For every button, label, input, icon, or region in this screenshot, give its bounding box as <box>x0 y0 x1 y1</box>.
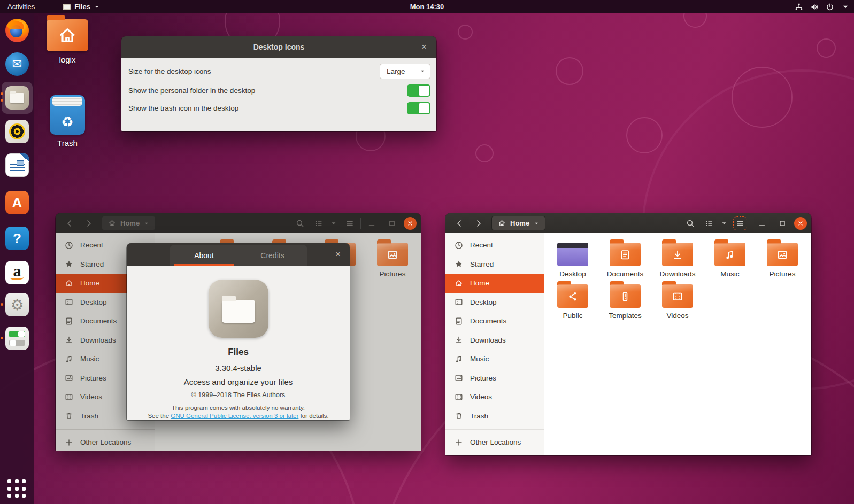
file-item-downloads[interactable]: Downloads <box>651 238 704 278</box>
dock-software-button[interactable]: A <box>4 190 30 215</box>
headerbar[interactable]: Home <box>56 213 421 233</box>
sidebar-item-downloads[interactable]: Downloads <box>445 331 544 350</box>
view-options-caret-icon[interactable] <box>721 219 727 228</box>
show-applications-button[interactable] <box>7 479 27 499</box>
dock-amazon-button[interactable]: a <box>4 260 30 285</box>
trash-icon-row-label: Show the trash icon in the desktop <box>128 104 238 112</box>
close-icon <box>407 220 413 227</box>
home-icon <box>455 279 463 288</box>
files-app-icon <box>63 4 71 10</box>
dock-firefox-button[interactable] <box>4 18 30 43</box>
view-options-caret-icon[interactable] <box>330 219 337 228</box>
forward-icon[interactable] <box>84 219 93 228</box>
close-icon[interactable]: × <box>333 249 343 260</box>
hamburger-menu-icon[interactable] <box>345 219 354 228</box>
file-item-public[interactable]: Public <box>547 280 599 320</box>
file-item-videos[interactable]: Videos <box>651 280 704 320</box>
places-sidebar: Recent Starred Home Desktop Documents Do… <box>445 233 544 455</box>
system-status-area[interactable] <box>795 3 850 11</box>
hamburger-menu-icon[interactable] <box>736 219 744 228</box>
path-label: Home <box>510 219 529 227</box>
sidebar-item-recent[interactable]: Recent <box>445 236 544 255</box>
list-view-icon[interactable] <box>314 219 323 228</box>
app-menu-button[interactable]: Files <box>57 3 105 11</box>
desktop-icons-dialog: Desktop Icons × Size for the desktop ico… <box>121 36 436 131</box>
trash-icon-toggle[interactable] <box>407 102 430 114</box>
wallpaper-circle <box>626 117 663 153</box>
sidebar-item-music[interactable]: Music <box>445 350 544 369</box>
file-item-documents[interactable]: Documents <box>599 238 651 278</box>
documents-icon <box>65 317 73 325</box>
maximize-icon[interactable] <box>388 219 396 228</box>
file-item-music[interactable]: Music <box>704 238 756 278</box>
caret-down-icon <box>144 221 149 226</box>
sidebar-item-trash[interactable]: Trash <box>445 407 544 426</box>
home-icon <box>498 219 506 227</box>
dock-help-button[interactable]: ? <box>4 226 30 251</box>
back-icon[interactable] <box>65 219 74 228</box>
search-icon[interactable] <box>296 219 304 228</box>
dock-tweaks-button[interactable] <box>4 325 30 351</box>
search-icon[interactable] <box>686 219 695 228</box>
path-bar-button[interactable]: Home <box>102 216 156 230</box>
icon-size-dropdown[interactable]: Large <box>380 64 430 79</box>
dock-settings-button[interactable]: ⚙ <box>4 292 30 317</box>
house-icon <box>58 26 77 45</box>
caret-down-icon <box>841 3 850 11</box>
app-menu-label: Files <box>74 3 90 11</box>
close-button[interactable] <box>404 217 417 230</box>
maximize-icon[interactable] <box>778 219 787 228</box>
app-summary: Access and organize your files <box>184 377 293 386</box>
tab-about[interactable]: About <box>170 245 238 266</box>
clock[interactable]: Mon 14:30 <box>410 3 444 11</box>
close-icon[interactable]: × <box>419 42 429 52</box>
pictures-folder-icon <box>767 243 798 266</box>
minimize-icon[interactable] <box>758 219 766 228</box>
gnu-license-link[interactable]: GNU General Public License, version 3 or… <box>171 413 298 419</box>
separator <box>751 218 751 229</box>
pictures-emblem-icon <box>387 249 398 260</box>
dock-files-button[interactable] <box>4 85 30 111</box>
sidebar-item-starred[interactable]: Starred <box>445 255 544 274</box>
pictures-folder-icon <box>377 243 408 266</box>
videos-emblem-icon <box>672 291 683 302</box>
sidebar-item-home[interactable]: Home <box>445 274 544 293</box>
sidebar-item-desktop[interactable]: Desktop <box>445 293 544 312</box>
file-item-templates[interactable]: Templates <box>599 280 651 320</box>
path-bar-button[interactable]: Home <box>491 216 545 230</box>
dock-thunderbird-button[interactable]: ✉ <box>4 51 30 77</box>
about-body: Files 3.30.4-stable Access and organize … <box>127 266 350 420</box>
documents-folder-icon <box>610 243 641 266</box>
forward-icon[interactable] <box>474 219 483 228</box>
sidebar-item-other-locations[interactable]: Other Locations <box>445 433 544 452</box>
tab-credits[interactable]: Credits <box>238 245 307 266</box>
desktop-shortcut-trash[interactable]: ♻ Trash <box>38 95 97 148</box>
activities-button[interactable]: Activities <box>0 3 42 11</box>
file-item-pictures[interactable]: Pictures <box>366 238 419 278</box>
list-view-icon[interactable] <box>705 219 713 228</box>
dialog-body: Size for the desktop icons Large Show th… <box>121 58 436 131</box>
close-button[interactable] <box>794 217 807 230</box>
recent-icon <box>65 241 73 250</box>
desktop-shortcut-home[interactable]: logix <box>38 15 97 64</box>
personal-folder-toggle[interactable] <box>407 84 430 97</box>
file-item-pictures[interactable]: Pictures <box>756 238 809 278</box>
sidebar-item-pictures[interactable]: Pictures <box>445 369 544 388</box>
dialog-titlebar[interactable]: Desktop Icons × <box>121 36 436 58</box>
sidebar-item-videos[interactable]: Videos <box>445 387 544 407</box>
app-version: 3.30.4-stable <box>215 363 261 373</box>
sidebar-item-documents[interactable]: Documents <box>445 312 544 331</box>
file-grid-view[interactable]: Desktop Documents Downloads Music Pictur… <box>544 233 811 455</box>
dock-rhythmbox-button[interactable] <box>4 119 30 144</box>
sidebar-item-other-locations[interactable]: Other Locations <box>56 433 155 452</box>
dock-writer-button[interactable] <box>4 152 30 178</box>
downloads-folder-icon <box>662 243 693 266</box>
running-dot <box>1 99 3 102</box>
files-icon <box>5 86 29 110</box>
headerbar[interactable]: Home <box>445 213 811 233</box>
home-icon <box>108 219 116 227</box>
file-item-desktop[interactable]: Desktop <box>547 238 599 278</box>
back-icon[interactable] <box>455 219 464 228</box>
minimize-icon[interactable] <box>367 219 376 228</box>
about-titlebar[interactable]: About Credits × <box>127 243 350 266</box>
